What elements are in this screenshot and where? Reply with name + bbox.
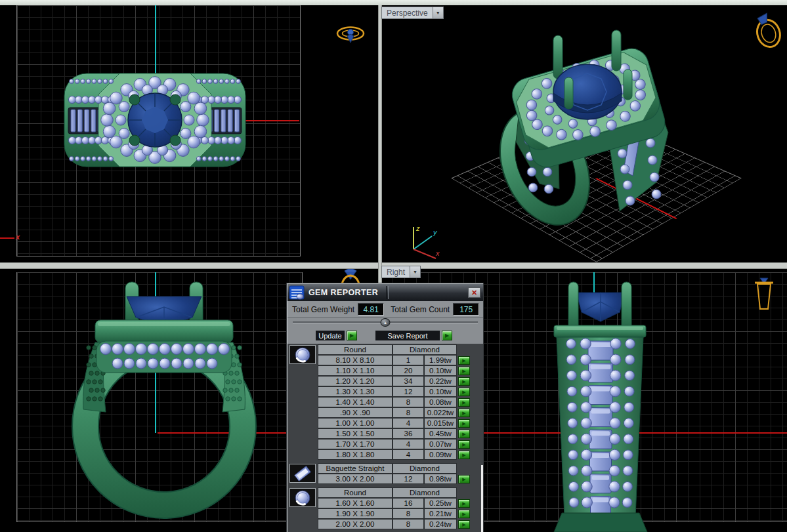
viewport-title-dropdown-perspective[interactable]: Perspective ▼ — [381, 7, 444, 19]
gem-weight-cell: 0.015tw — [424, 418, 457, 428]
update-button[interactable]: Update — [315, 330, 345, 341]
gem-type-header: Diamond — [393, 463, 457, 474]
gem-weight-cell: 0.10tw — [424, 365, 457, 376]
gem-weight-cell: 0.98tw — [424, 474, 457, 484]
x-axis-fragment — [0, 237, 14, 239]
gem-table: RoundDiamond8.10 X 8.1011.99tw▶1.10 X 1.… — [287, 344, 483, 532]
row-detail-button[interactable]: ▶ — [458, 388, 470, 396]
row-detail-button[interactable]: ▶ — [458, 451, 470, 459]
ring-orientation-icon-top — [335, 24, 366, 46]
save-report-run-icon[interactable]: ▶ — [442, 331, 452, 340]
arrow-cell: ▶ — [457, 376, 473, 386]
arrow-cell: ▶ — [457, 508, 473, 519]
gem-weight-cell: 0.10tw — [424, 386, 457, 397]
gem-size-cell: 1.40 X 1.40 — [318, 397, 393, 407]
dialog-title: GEM REPORTER — [308, 288, 378, 297]
chevron-down-icon[interactable]: ▼ — [410, 266, 421, 278]
gem-weight-cell: 1.99tw — [424, 355, 457, 365]
gem-section: RoundDiamond1.60 X 1.60160.25tw▶1.90 X 1… — [289, 487, 483, 529]
round-gem-icon — [289, 488, 316, 507]
gem-size-cell: 1.50 X 1.50 — [318, 428, 393, 439]
arrow-cell: ▶ — [457, 397, 473, 407]
gem-count-cell: 16 — [393, 498, 424, 508]
ring-model-front-view[interactable] — [69, 281, 259, 523]
gem-type-header: Diamond — [393, 344, 457, 355]
viewport-title-perspective[interactable]: Perspective — [381, 7, 433, 19]
ring-model-perspective[interactable] — [459, 26, 683, 230]
gem-shape-header: Round — [318, 344, 393, 355]
close-icon[interactable]: ✕ — [468, 287, 480, 298]
gem-weight-cell: 0.022tw — [424, 407, 457, 418]
y-axis-label: y — [433, 228, 438, 236]
chevron-down-icon[interactable]: ▼ — [433, 7, 444, 19]
viewport-top-view[interactable]: x — [0, 5, 378, 262]
collapse-arrow-icon[interactable]: ▲ — [381, 318, 391, 327]
stats-row: Total Gem Weight 4.81 Total Gem Count 17… — [287, 301, 483, 318]
gem-weight-cell: 0.45tw — [424, 428, 457, 439]
row-detail-button[interactable]: ▶ — [458, 520, 470, 529]
title-bar-groove — [386, 286, 389, 299]
viewport-title-dropdown-right[interactable]: Right ▼ — [381, 266, 421, 278]
viewport-title-right[interactable]: Right — [381, 266, 410, 278]
gem-size-cell: 8.10 X 8.10 — [318, 355, 393, 365]
update-run-icon[interactable]: ▶ — [347, 331, 357, 340]
scrollbar-strip[interactable] — [481, 465, 483, 532]
gem-type-header: Diamond — [393, 487, 457, 498]
gem-count-cell: 4 — [393, 439, 424, 449]
x-axis-label: x — [16, 233, 20, 241]
row-detail-button[interactable]: ▶ — [458, 475, 470, 483]
gem-size-cell: 1.00 X 1.00 — [318, 418, 393, 428]
gem-section: RoundDiamond8.10 X 8.1011.99tw▶1.10 X 1.… — [289, 344, 483, 460]
arrow-cell: ▶ — [457, 474, 473, 484]
ring-orientation-icon-perspective — [750, 12, 786, 50]
viewport-perspective[interactable]: z y x — [381, 5, 787, 262]
gem-count-cell: 4 — [393, 449, 424, 460]
row-detail-button[interactable]: ▶ — [458, 409, 470, 417]
z-axis-label: z — [415, 224, 420, 232]
gem-reporter-dialog[interactable]: GEM REPORTER ✕ Total Gem Weight 4.81 Tot… — [287, 283, 483, 532]
arrow-cell: ▶ — [457, 418, 473, 428]
row-detail-button[interactable]: ▶ — [458, 430, 470, 438]
gem-weight-cell: 0.08tw — [424, 397, 457, 407]
gem-weight-cell: 0.25tw — [424, 498, 457, 508]
gem-size-cell: .90 X .90 — [318, 407, 393, 418]
gem-weight-cell: 0.22tw — [424, 376, 457, 386]
arrow-cell: ▶ — [457, 519, 473, 529]
ring-model-top-view[interactable] — [63, 71, 247, 169]
gem-section: Baguette StraightDiamond3.00 X 2.00120.9… — [289, 463, 483, 484]
row-detail-button[interactable]: ▶ — [458, 510, 470, 518]
arrow-cell: ▶ — [457, 407, 473, 418]
total-gem-count-label: Total Gem Count — [391, 305, 450, 314]
gem-count-cell: 34 — [393, 376, 424, 386]
ring-orientation-icon-right — [748, 277, 780, 312]
axis-triad: z y x — [399, 220, 440, 260]
gem-weight-cell: 0.07tw — [424, 439, 457, 449]
gem-size-cell: 2.00 X 2.00 — [318, 519, 393, 529]
gem-shape-header: Round — [318, 487, 393, 498]
gem-weight-cell: 0.09tw — [424, 449, 457, 460]
row-detail-button[interactable]: ▶ — [458, 419, 470, 428]
gem-size-cell: 1.80 X 1.80 — [318, 449, 393, 460]
gem-size-cell: 1.60 X 1.60 — [318, 498, 393, 508]
dialog-title-bar[interactable]: GEM REPORTER ✕ — [287, 284, 483, 301]
gem-size-cell: 1.70 X 1.70 — [318, 439, 393, 449]
gem-size-cell: 1.20 X 1.20 — [318, 376, 393, 386]
gem-count-cell: 1 — [393, 355, 424, 365]
save-report-button[interactable]: Save Report — [375, 330, 440, 341]
row-detail-button[interactable]: ▶ — [458, 440, 470, 449]
row-detail-button[interactable]: ▶ — [458, 356, 470, 365]
row-detail-button[interactable]: ▶ — [458, 398, 470, 407]
arrow-cell: ▶ — [457, 355, 473, 365]
gem-count-cell: 4 — [393, 418, 424, 428]
row-detail-button[interactable]: ▶ — [458, 499, 470, 508]
gem-count-cell: 8 — [393, 519, 424, 529]
ring-model-right-view[interactable] — [551, 279, 650, 532]
gem-count-cell: 8 — [393, 397, 424, 407]
row-detail-button[interactable]: ▶ — [458, 377, 470, 386]
total-gem-count-value: 175 — [453, 303, 479, 316]
ring-orientation-icon-front — [337, 268, 364, 285]
round-gem-icon — [289, 345, 316, 364]
row-detail-button[interactable]: ▶ — [458, 367, 470, 375]
dialog-buttons-row: Update ▶ Save Report ▶ — [287, 327, 483, 345]
gem-weight-cell: 0.21tw — [424, 508, 457, 519]
